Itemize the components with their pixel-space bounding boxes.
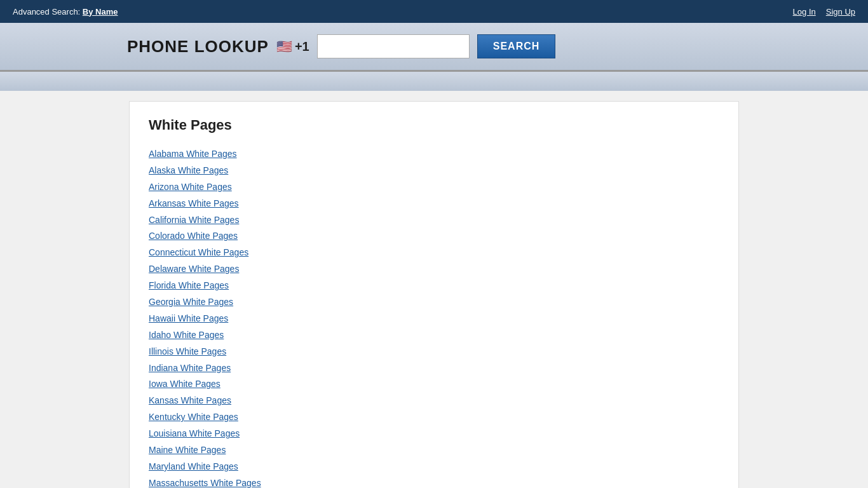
state-white-pages-link[interactable]: Idaho White Pages bbox=[149, 327, 719, 344]
phone-input[interactable] bbox=[317, 34, 470, 58]
list-item: Kentucky White Pages bbox=[149, 409, 719, 426]
phone-lookup-label: PHONE LOOKUP bbox=[127, 37, 269, 57]
by-name-link[interactable]: By Name bbox=[83, 7, 118, 17]
state-white-pages-link[interactable]: California White Pages bbox=[149, 212, 719, 229]
state-white-pages-link[interactable]: Delaware White Pages bbox=[149, 261, 719, 278]
list-item: Florida White Pages bbox=[149, 278, 719, 294]
state-white-pages-link[interactable]: Hawaii White Pages bbox=[149, 311, 719, 327]
state-list: Alabama White PagesAlaska White PagesAri… bbox=[149, 146, 719, 488]
state-white-pages-link[interactable]: Iowa White Pages bbox=[149, 376, 719, 393]
list-item: Kansas White Pages bbox=[149, 393, 719, 409]
list-item: Maryland White Pages bbox=[149, 459, 719, 475]
main-content: White Pages Alabama White PagesAlaska Wh… bbox=[129, 101, 739, 488]
topbar: Advanced Search: By Name Log In Sign Up bbox=[0, 0, 868, 23]
state-white-pages-link[interactable]: Arizona White Pages bbox=[149, 179, 719, 196]
signup-link[interactable]: Sign Up bbox=[826, 7, 855, 17]
list-item: Colorado White Pages bbox=[149, 228, 719, 245]
search-button[interactable]: SEARCH bbox=[477, 34, 556, 58]
state-white-pages-link[interactable]: Colorado White Pages bbox=[149, 228, 719, 245]
list-item: Maine White Pages bbox=[149, 442, 719, 459]
list-item: Indiana White Pages bbox=[149, 360, 719, 377]
state-white-pages-link[interactable]: Alabama White Pages bbox=[149, 146, 719, 163]
list-item: Iowa White Pages bbox=[149, 376, 719, 393]
country-code: +1 bbox=[295, 39, 309, 54]
white-pages-title: White Pages bbox=[149, 117, 719, 133]
search-section: PHONE LOOKUP 🇺🇸 +1 SEARCH bbox=[0, 23, 868, 72]
list-item: Connecticut White Pages bbox=[149, 245, 719, 261]
list-item: Hawaii White Pages bbox=[149, 311, 719, 327]
list-item: Louisiana White Pages bbox=[149, 426, 719, 442]
state-white-pages-link[interactable]: Georgia White Pages bbox=[149, 294, 719, 311]
advanced-search-label: Advanced Search: By Name bbox=[13, 7, 118, 17]
flag-icon: 🇺🇸 bbox=[276, 39, 292, 54]
state-white-pages-link[interactable]: Indiana White Pages bbox=[149, 360, 719, 377]
list-item: Georgia White Pages bbox=[149, 294, 719, 311]
state-white-pages-link[interactable]: Maryland White Pages bbox=[149, 459, 719, 475]
state-white-pages-link[interactable]: Alaska White Pages bbox=[149, 163, 719, 179]
state-white-pages-link[interactable]: Illinois White Pages bbox=[149, 344, 719, 360]
list-item: Illinois White Pages bbox=[149, 344, 719, 360]
list-item: Alaska White Pages bbox=[149, 163, 719, 179]
list-item: Idaho White Pages bbox=[149, 327, 719, 344]
state-white-pages-link[interactable]: Kentucky White Pages bbox=[149, 409, 719, 426]
list-item: Arizona White Pages bbox=[149, 179, 719, 196]
topbar-auth-links: Log In Sign Up bbox=[793, 7, 855, 17]
secondary-bar bbox=[0, 72, 868, 91]
state-white-pages-link[interactable]: Kansas White Pages bbox=[149, 393, 719, 409]
state-white-pages-link[interactable]: Florida White Pages bbox=[149, 278, 719, 294]
list-item: Arkansas White Pages bbox=[149, 196, 719, 212]
list-item: California White Pages bbox=[149, 212, 719, 229]
list-item: Alabama White Pages bbox=[149, 146, 719, 163]
state-white-pages-link[interactable]: Maine White Pages bbox=[149, 442, 719, 459]
list-item: Massachusetts White Pages bbox=[149, 475, 719, 488]
state-white-pages-link[interactable]: Louisiana White Pages bbox=[149, 426, 719, 442]
flag-country-code: 🇺🇸 +1 bbox=[276, 39, 309, 54]
state-white-pages-link[interactable]: Arkansas White Pages bbox=[149, 196, 719, 212]
login-link[interactable]: Log In bbox=[793, 7, 816, 17]
list-item: Delaware White Pages bbox=[149, 261, 719, 278]
state-white-pages-link[interactable]: Massachusetts White Pages bbox=[149, 475, 719, 488]
state-white-pages-link[interactable]: Connecticut White Pages bbox=[149, 245, 719, 261]
